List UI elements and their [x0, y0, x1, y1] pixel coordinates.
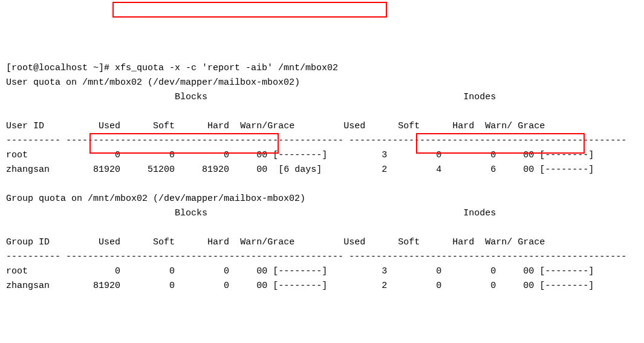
blocks-header: Blocks — [175, 92, 207, 102]
row-zhangsan-bused: 81920 — [93, 165, 120, 175]
col-used2-g: Used — [343, 237, 365, 247]
col-warn2: Warn/ Grace — [485, 121, 545, 131]
col-warn: Warn/Grace — [240, 121, 294, 131]
col-warn-g: Warn/Grace — [240, 237, 294, 247]
row-zhangsan-iwarn: 00 [--------] — [523, 165, 594, 175]
col-group-id: Group ID — [6, 237, 50, 247]
row-root-iused: 3 — [382, 150, 387, 160]
col-hard2-g: Hard — [452, 237, 474, 247]
col-used: Used — [99, 121, 120, 131]
row-zhangsan-ihard: 6 — [490, 165, 496, 175]
col-used2: Used — [343, 121, 365, 131]
row-root-isoft: 0 — [436, 150, 441, 160]
grow-zhangsan-bhard: 0 — [224, 281, 229, 291]
row-zhangsan-name: zhangsan — [6, 165, 50, 175]
col-hard: Hard — [207, 121, 229, 131]
row-zhangsan-bwarn: 00 [6 days] — [256, 165, 322, 175]
row-root-bsoft: 0 — [169, 150, 175, 160]
col-warn2-g: Warn/ Grace — [485, 237, 545, 247]
dash-row-g: ---------- -----------------------------… — [6, 252, 626, 262]
row-zhangsan-iused: 2 — [382, 165, 387, 175]
grow-zhangsan-ihard: 0 — [490, 281, 496, 291]
grow-zhangsan-bwarn: 00 [--------] — [256, 281, 327, 291]
col-soft-g: Soft — [153, 237, 175, 247]
grow-root-isoft: 0 — [436, 266, 441, 276]
grow-zhangsan-isoft: 0 — [436, 281, 441, 291]
row-root-bwarn: 00 [--------] — [256, 150, 327, 160]
grow-zhangsan-bused: 81920 — [93, 281, 120, 291]
grow-zhangsan-iused: 2 — [382, 281, 387, 291]
prompt-text: [root@localhost ~]# — [6, 63, 115, 73]
grow-root-bhard: 0 — [224, 266, 229, 276]
grow-root-name: root — [6, 266, 28, 276]
grow-root-iused: 3 — [382, 266, 387, 276]
grow-root-ihard: 0 — [490, 266, 496, 276]
row-zhangsan-bsoft: 51200 — [148, 165, 175, 175]
grow-root-iwarn: 00 [--------] — [523, 266, 594, 276]
grow-zhangsan-iwarn: 00 [--------] — [523, 281, 594, 291]
row-root-ihard: 0 — [490, 150, 496, 160]
highlight-command — [112, 2, 387, 18]
dash-row: ---------- -----------------------------… — [6, 136, 626, 146]
col-soft2: Soft — [398, 121, 420, 131]
grow-zhangsan-name: zhangsan — [6, 281, 50, 291]
grow-zhangsan-bsoft: 0 — [169, 281, 175, 291]
col-soft2-g: Soft — [398, 237, 420, 247]
inodes-header: Inodes — [463, 92, 496, 102]
row-zhangsan-isoft: 4 — [436, 165, 441, 175]
command-text: xfs_quota -x -c 'report -aib' /mnt/mbox0… — [115, 63, 338, 73]
inodes-header-g: Inodes — [463, 208, 496, 218]
col-used-g: Used — [99, 237, 120, 247]
row-root-iwarn: 00 [--------] — [523, 150, 594, 160]
group-quota-title: Group quota on /mnt/mbox02 (/dev/mapper/… — [6, 194, 305, 204]
blocks-header-g: Blocks — [175, 208, 207, 218]
user-quota-title: User quota on /mnt/mbox02 (/dev/mapper/m… — [6, 77, 300, 88]
grow-root-bwarn: 00 [--------] — [256, 266, 327, 276]
row-zhangsan-bhard: 81920 — [202, 165, 229, 175]
grow-root-bsoft: 0 — [169, 266, 175, 276]
col-hard2: Hard — [452, 121, 474, 131]
grow-root-bused: 0 — [115, 266, 120, 276]
row-root-bhard: 0 — [224, 150, 229, 160]
col-soft: Soft — [153, 121, 175, 131]
row-root-bused: 0 — [115, 150, 120, 160]
col-hard-g: Hard — [207, 237, 229, 247]
col-user-id: User ID — [6, 121, 44, 131]
row-root-name: root — [6, 150, 28, 160]
